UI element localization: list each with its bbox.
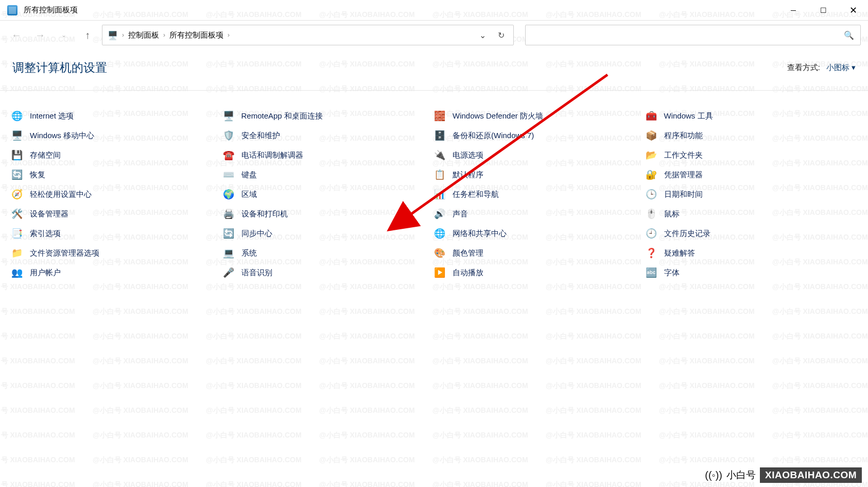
item-label: 自动播放 [453,268,483,278]
explorer-options-icon: 📁 [11,247,23,259]
cp-item-defender-firewall[interactable]: 🧱Windows Defender 防火墙 [434,109,646,123]
item-label: 文件历史记录 [664,229,710,239]
date-time-icon: 🕒 [646,189,657,200]
cp-item-user-accounts[interactable]: 👥用户帐户 [11,266,223,279]
item-label: 同步中心 [241,229,272,239]
item-label: 备份和还原(Windows 7) [453,131,534,141]
cp-item-devices-printers[interactable]: 🖨️设备和打印机 [223,207,435,221]
broadcast-icon: ((◦)) [705,469,722,481]
cp-item-device-manager[interactable]: 🛠️设备管理器 [11,207,223,221]
address-dropdown[interactable]: ⌄ [475,30,490,40]
up-button[interactable]: ↑ [78,26,97,44]
cp-item-system[interactable]: 💻系统 [223,246,435,260]
cp-item-date-time[interactable]: 🕒日期和时间 [646,188,857,201]
close-button[interactable]: ✕ [838,0,868,21]
cp-item-ease-of-access[interactable]: 🧭轻松使用设置中心 [11,188,223,201]
svg-rect-0 [9,7,16,14]
item-label: 用户帐户 [30,268,61,278]
cp-item-credential-manager[interactable]: 🔐凭据管理器 [646,168,857,181]
item-label: 系统 [241,248,257,258]
cp-item-default-programs[interactable]: 📋默认程序 [434,168,646,181]
address-bar[interactable]: 🖥️ › 控制面板 › 所有控制面板项 › ⌄ ↻ [102,25,514,45]
cp-item-color-management[interactable]: 🎨颜色管理 [434,246,646,260]
storage-spaces-icon: 💾 [11,149,23,161]
mouse-icon: 🖱️ [646,208,657,220]
cp-item-speech-recognition[interactable]: 🎤语音识别 [223,266,435,279]
minimize-button[interactable]: ─ [778,0,808,21]
breadcrumb-root[interactable]: 控制面板 [128,30,159,40]
cp-item-programs-features[interactable]: 📦程序和功能 [646,129,857,142]
cp-item-internet-options[interactable]: 🌐Internet 选项 [11,109,223,123]
forward-button[interactable]: → [31,26,49,44]
keyboard-icon: ⌨️ [223,169,234,180]
cp-item-region[interactable]: 🌍区域 [223,188,435,201]
phone-modem-icon: ☎️ [223,149,234,161]
view-by-value[interactable]: 小图标 ▾ [826,63,856,73]
page-header: 调整计算机的设置 查看方式: 小图标 ▾ [0,49,868,91]
cp-item-troubleshooting[interactable]: ❓疑难解答 [646,246,857,260]
search-box[interactable]: 🔍 [525,25,861,45]
back-button[interactable]: ← [7,26,26,44]
history-dropdown[interactable]: ⌄ [55,26,73,44]
cp-item-backup-restore[interactable]: 🗄️备份和还原(Windows 7) [434,129,646,142]
file-history-icon: 🕘 [646,228,657,239]
cp-item-storage-spaces[interactable]: 💾存储空间 [11,148,223,162]
footer-watermark: ((◦)) 小白号 XIAOBAIHAO.COM [705,467,862,483]
color-management-icon: 🎨 [434,247,445,259]
breadcrumb-current[interactable]: 所有控制面板项 [169,30,223,40]
search-input[interactable] [532,31,844,40]
item-label: 电源选项 [453,150,483,160]
recovery-icon: 🔄 [11,169,23,180]
item-label: 疑难解答 [664,248,695,258]
cp-item-windows-tools[interactable]: 🧰Windows 工具 [646,109,857,123]
item-label: 文件资源管理器选项 [30,248,99,258]
device-manager-icon: 🛠️ [11,208,23,220]
window-controls: ─ ☐ ✕ [778,0,868,21]
defender-firewall-icon: 🧱 [434,110,445,122]
item-label: 声音 [453,209,468,219]
toolbar: ← → ⌄ ↑ 🖥️ › 控制面板 › 所有控制面板项 › ⌄ ↻ 🔍 [0,21,868,49]
item-label: 设备和打印机 [241,209,288,219]
cp-item-fonts[interactable]: 🔤字体 [646,266,857,279]
window-title: 所有控制面板项 [24,5,78,15]
cp-item-remoteapp[interactable]: 🖥️RemoteApp 和桌面连接 [223,109,435,123]
cp-item-indexing-options[interactable]: 📑索引选项 [11,227,223,240]
cp-item-mobility-center[interactable]: 🖥️Windows 移动中心 [11,129,223,142]
view-by: 查看方式: 小图标 ▾ [787,63,856,73]
user-accounts-icon: 👥 [11,267,23,278]
cp-item-file-history[interactable]: 🕘文件历史记录 [646,227,857,240]
item-label: 索引选项 [30,229,61,239]
remoteapp-icon: 🖥️ [223,110,234,122]
cp-item-security-maintenance[interactable]: 🛡️安全和维护 [223,129,435,142]
item-label: 任务栏和导航 [453,190,499,199]
cp-item-network-sharing[interactable]: 🌐网络和共享中心 [434,227,646,240]
item-label: RemoteApp 和桌面连接 [241,111,323,121]
item-label: 电话和调制解调器 [241,150,303,160]
cp-item-taskbar-navigation[interactable]: 📊任务栏和导航 [434,188,646,201]
cp-item-mouse[interactable]: 🖱️鼠标 [646,207,857,221]
item-label: 安全和维护 [241,131,280,141]
cp-item-autoplay[interactable]: ▶️自动播放 [434,266,646,279]
maximize-button[interactable]: ☐ [808,0,838,21]
search-icon[interactable]: 🔍 [844,30,854,40]
cp-item-sync-center[interactable]: 🔄同步中心 [223,227,435,240]
taskbar-navigation-icon: 📊 [434,189,445,200]
cp-item-recovery[interactable]: 🔄恢复 [11,168,223,181]
mobility-center-icon: 🖥️ [11,130,23,141]
cp-item-explorer-options[interactable]: 📁文件资源管理器选项 [11,246,223,260]
security-maintenance-icon: 🛡️ [223,130,234,141]
cp-item-power-options[interactable]: 🔌电源选项 [434,148,646,162]
cp-item-sound[interactable]: 🔊声音 [434,207,646,221]
windows-tools-icon: 🧰 [646,110,657,122]
refresh-button[interactable]: ↻ [494,30,508,40]
cp-item-keyboard[interactable]: ⌨️键盘 [223,168,435,181]
titlebar: 所有控制面板项 ─ ☐ ✕ [0,0,868,21]
item-label: 轻松使用设置中心 [30,190,92,199]
footer-url: XIAOBAIHAO.COM [760,467,862,483]
item-label: 日期和时间 [664,190,703,199]
footer-brand: 小白号 [726,468,756,482]
item-label: Windows 工具 [664,111,713,121]
control-panel-icon [7,5,18,15]
cp-item-work-folders[interactable]: 📂工作文件夹 [646,148,857,162]
cp-item-phone-modem[interactable]: ☎️电话和调制解调器 [223,148,435,162]
